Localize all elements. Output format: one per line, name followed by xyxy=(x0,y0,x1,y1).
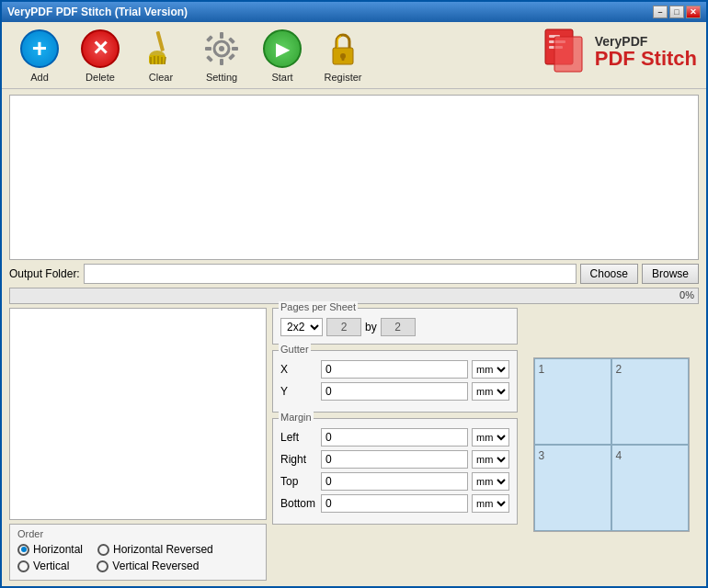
svg-rect-15 xyxy=(228,37,235,44)
svg-rect-12 xyxy=(205,47,211,51)
margin-bottom-unit[interactable]: mminpt xyxy=(472,494,509,513)
pps-row: 2x2 1x1 1x2 2x1 2x3 3x2 3x3 by xyxy=(280,318,509,336)
clear-icon xyxy=(140,28,182,70)
margin-right-input[interactable] xyxy=(321,450,468,469)
add-tool[interactable]: + Add xyxy=(11,28,68,83)
gutter-title: Gutter xyxy=(279,344,311,355)
brand-text: VeryPDF PDF Stitch xyxy=(595,34,697,69)
verypdf-logo-icon xyxy=(540,28,588,75)
output-folder-row: Output Folder: Choose Browse xyxy=(9,264,699,284)
pps-select[interactable]: 2x2 1x1 1x2 2x1 2x3 3x2 3x3 xyxy=(280,318,323,336)
svg-rect-16 xyxy=(206,55,213,62)
toolbar: + Add ✕ Delete xyxy=(2,22,706,89)
margin-right-row: Right mminpt xyxy=(280,450,509,469)
margin-right-unit[interactable]: mminpt xyxy=(472,450,509,469)
close-button[interactable]: ✕ xyxy=(686,6,701,18)
margin-top-unit[interactable]: mminpt xyxy=(472,472,509,491)
bottom-area: Order Horizontal Horizontal Reversed xyxy=(9,308,699,581)
radio-horizontal[interactable]: Horizontal xyxy=(17,543,83,556)
margin-bottom-row: Bottom mminpt xyxy=(280,494,509,513)
svg-rect-21 xyxy=(342,56,345,61)
gutter-group: Gutter X mminpt Y xyxy=(272,350,518,413)
margin-left-label: Left xyxy=(280,431,317,444)
choose-button[interactable]: Choose xyxy=(580,264,638,284)
brand-pdfstitch: PDF Stitch xyxy=(595,49,697,69)
radio-vertical-reversed-dot xyxy=(97,560,108,572)
main-window: VeryPDF PDF Stitch (Trial Version) – □ ✕… xyxy=(0,0,708,588)
gutter-x-label: X xyxy=(280,363,317,376)
middle-panel: Pages per Sheet 2x2 1x1 1x2 2x1 2x3 3x2 … xyxy=(272,308,518,581)
gutter-y-unit[interactable]: mminpt xyxy=(472,382,509,401)
minimize-button[interactable]: – xyxy=(653,6,668,18)
pages-per-sheet-title: Pages per Sheet xyxy=(279,301,358,312)
progress-percent: 0% xyxy=(679,289,694,300)
right-panel: 1 2 3 4 xyxy=(523,308,699,581)
margin-right-label: Right xyxy=(280,453,317,466)
radio-vertical-reversed[interactable]: Vertical Reversed xyxy=(97,560,199,572)
margin-left-input[interactable] xyxy=(321,428,468,447)
radio-horizontal-dot xyxy=(17,544,29,556)
margin-title: Margin xyxy=(279,412,314,423)
radio-horizontal-label: Horizontal xyxy=(33,543,83,556)
svg-line-7 xyxy=(165,57,166,64)
register-tool[interactable]: Register xyxy=(314,28,371,83)
add-icon: + xyxy=(18,28,61,70)
radio-horizontal-reversed-dot xyxy=(97,544,109,556)
pps-col-input xyxy=(326,318,361,336)
radio-horizontal-reversed-label: Horizontal Reversed xyxy=(113,543,213,556)
title-bar-buttons: – □ ✕ xyxy=(653,6,701,18)
gutter-x-row: X mminpt xyxy=(280,360,509,379)
pps-content: 2x2 1x1 1x2 2x1 2x3 3x2 3x3 by xyxy=(280,318,509,336)
svg-rect-13 xyxy=(232,47,238,51)
setting-tool[interactable]: Setting xyxy=(193,28,250,83)
browse-button[interactable]: Browse xyxy=(642,264,699,284)
left-panel: Order Horizontal Horizontal Reversed xyxy=(9,308,267,581)
start-label: Start xyxy=(271,72,292,83)
grid-cell-2: 2 xyxy=(611,358,689,445)
grid-cell-3: 3 xyxy=(534,445,611,531)
preview-box xyxy=(9,308,267,520)
delete-tool[interactable]: ✕ Delete xyxy=(72,28,129,83)
gutter-y-label: Y xyxy=(280,385,317,398)
order-box: Order Horizontal Horizontal Reversed xyxy=(9,524,267,581)
output-folder-input[interactable] xyxy=(84,264,577,284)
pps-by-label: by xyxy=(365,321,377,334)
clear-label: Clear xyxy=(149,72,173,83)
margin-group: Margin Left mminpt Right xyxy=(272,418,518,525)
window-title: VeryPDF PDF Stitch (Trial Version) xyxy=(7,6,188,18)
setting-label: Setting xyxy=(206,72,237,83)
radio-vertical[interactable]: Vertical xyxy=(17,560,69,572)
svg-rect-17 xyxy=(228,53,235,61)
margin-bottom-label: Bottom xyxy=(280,497,317,510)
register-icon xyxy=(322,28,364,70)
radio-horizontal-reversed[interactable]: Horizontal Reversed xyxy=(97,543,213,556)
pages-per-sheet-group: Pages per Sheet 2x2 1x1 1x2 2x1 2x3 3x2 … xyxy=(272,308,518,345)
maximize-button[interactable]: □ xyxy=(669,6,684,18)
start-icon: ▶ xyxy=(261,28,303,70)
svg-point-9 xyxy=(219,46,224,51)
gutter-x-input[interactable] xyxy=(321,360,468,379)
radio-vertical-label: Vertical xyxy=(33,560,69,572)
add-label: Add xyxy=(30,72,49,83)
gutter-y-input[interactable] xyxy=(321,382,468,401)
brand-logo: VeryPDF PDF Stitch xyxy=(540,28,697,75)
svg-rect-11 xyxy=(220,59,223,65)
grid-preview: 1 2 3 4 xyxy=(533,357,690,532)
title-bar: VeryPDF PDF Stitch (Trial Version) – □ ✕ xyxy=(2,2,706,22)
margin-top-label: Top xyxy=(280,475,317,488)
clear-tool[interactable]: Clear xyxy=(132,28,189,83)
start-tool[interactable]: ▶ Start xyxy=(254,28,311,83)
file-list xyxy=(9,95,699,260)
svg-rect-27 xyxy=(554,37,582,72)
margin-left-unit[interactable]: mminpt xyxy=(472,428,509,447)
svg-rect-14 xyxy=(206,35,213,42)
gutter-content: X mminpt Y mminpt xyxy=(280,360,509,401)
margin-bottom-input[interactable] xyxy=(321,494,468,513)
margin-top-input[interactable] xyxy=(321,472,468,491)
gutter-x-unit[interactable]: mminpt xyxy=(472,360,509,379)
output-folder-label: Output Folder: xyxy=(9,267,80,280)
radio-vertical-reversed-label: Vertical Reversed xyxy=(112,560,199,572)
margin-content: Left mminpt Right mminpt xyxy=(280,428,509,513)
register-label: Register xyxy=(325,72,362,83)
pps-row-input xyxy=(381,318,416,336)
